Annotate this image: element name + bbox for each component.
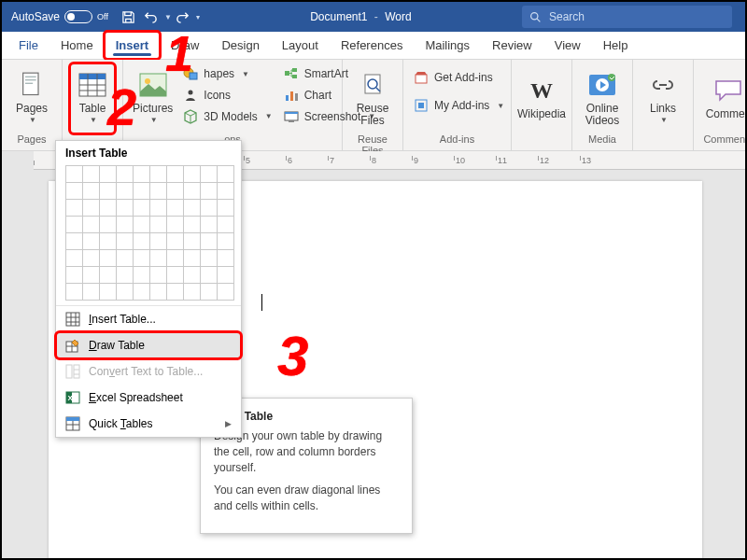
grid-cell[interactable]	[82, 199, 100, 217]
grid-cell[interactable]	[99, 283, 117, 301]
grid-cell[interactable]	[166, 182, 184, 200]
tab-draw[interactable]: Draw	[160, 32, 210, 59]
grid-cell[interactable]	[116, 182, 134, 200]
grid-cell[interactable]	[149, 182, 167, 200]
reuse-files-button[interactable]: Reuse Files	[350, 63, 395, 133]
shapes-button[interactable]: hapes▼	[180, 63, 275, 84]
grid-cell[interactable]	[99, 182, 117, 200]
grid-cell[interactable]	[82, 283, 100, 301]
tab-mailings[interactable]: Mailings	[414, 32, 481, 59]
grid-cell[interactable]	[65, 182, 83, 200]
grid-cell[interactable]	[133, 165, 150, 183]
grid-cell[interactable]	[116, 199, 134, 217]
grid-cell[interactable]	[133, 266, 150, 284]
grid-cell[interactable]	[116, 283, 134, 301]
tab-home[interactable]: Home	[49, 32, 105, 59]
pictures-button[interactable]: Pictures▼	[131, 63, 175, 133]
grid-cell[interactable]	[166, 283, 184, 301]
grid-cell[interactable]	[149, 216, 167, 233]
grid-cell[interactable]	[217, 283, 234, 301]
table-size-grid[interactable]	[65, 165, 233, 300]
grid-cell[interactable]	[200, 266, 218, 284]
grid-cell[interactable]	[82, 182, 100, 200]
grid-cell[interactable]	[217, 266, 234, 284]
undo-icon[interactable]	[140, 6, 162, 28]
tab-file[interactable]: File	[7, 32, 49, 59]
tab-view[interactable]: View	[543, 32, 592, 59]
grid-cell[interactable]	[65, 266, 83, 284]
grid-cell[interactable]	[149, 266, 167, 284]
my-addins-button[interactable]: My Add-ins ▼	[411, 95, 507, 116]
tab-layout[interactable]: Layout	[271, 32, 330, 59]
grid-cell[interactable]	[116, 232, 134, 250]
grid-cell[interactable]	[65, 232, 83, 250]
grid-cell[interactable]	[200, 165, 218, 183]
grid-cell[interactable]	[65, 249, 83, 267]
redo-icon[interactable]	[172, 6, 194, 28]
grid-cell[interactable]	[166, 165, 184, 183]
grid-cell[interactable]	[133, 283, 150, 301]
grid-cell[interactable]	[149, 199, 167, 217]
online-videos-button[interactable]: Online Videos	[580, 63, 625, 133]
grid-cell[interactable]	[82, 165, 100, 183]
grid-cell[interactable]	[183, 165, 201, 183]
get-addins-button[interactable]: Get Add-ins	[411, 67, 507, 88]
grid-cell[interactable]	[166, 199, 184, 217]
grid-cell[interactable]	[166, 266, 184, 284]
grid-cell[interactable]	[133, 232, 150, 250]
comment-button[interactable]: Commen	[701, 63, 747, 133]
grid-cell[interactable]	[200, 199, 218, 217]
grid-cell[interactable]	[99, 266, 117, 284]
tab-references[interactable]: References	[330, 32, 414, 59]
grid-cell[interactable]	[99, 165, 117, 183]
grid-cell[interactable]	[149, 165, 167, 183]
grid-cell[interactable]	[116, 216, 134, 233]
grid-cell[interactable]	[99, 216, 117, 233]
3d-models-button[interactable]: 3D Models ▼	[180, 106, 275, 127]
grid-cell[interactable]	[200, 232, 218, 250]
grid-cell[interactable]	[149, 283, 167, 301]
tab-insert[interactable]: Insert	[105, 32, 160, 59]
grid-cell[interactable]	[166, 249, 184, 267]
grid-cell[interactable]	[183, 216, 201, 233]
grid-cell[interactable]	[133, 182, 150, 200]
wikipedia-button[interactable]: W Wikipedia	[519, 63, 564, 133]
grid-cell[interactable]	[183, 232, 201, 250]
grid-cell[interactable]	[217, 199, 234, 217]
grid-cell[interactable]	[82, 266, 100, 284]
icons-button[interactable]: Icons	[180, 85, 275, 105]
grid-cell[interactable]	[133, 199, 150, 217]
table-button[interactable]: Table▼	[70, 63, 115, 133]
grid-cell[interactable]	[116, 266, 134, 284]
grid-cell[interactable]	[200, 249, 218, 267]
grid-cell[interactable]	[99, 199, 117, 217]
links-button[interactable]: Links▼	[641, 63, 685, 133]
grid-cell[interactable]	[183, 199, 201, 217]
grid-cell[interactable]	[133, 249, 150, 267]
tab-review[interactable]: Review	[481, 32, 543, 59]
grid-cell[interactable]	[183, 266, 201, 284]
grid-cell[interactable]	[116, 249, 134, 267]
grid-cell[interactable]	[65, 283, 83, 301]
grid-cell[interactable]	[116, 165, 134, 183]
menu-quick-tables[interactable]: Quick Tables ▶	[56, 411, 241, 437]
grid-cell[interactable]	[149, 249, 167, 267]
grid-cell[interactable]	[99, 232, 117, 250]
grid-cell[interactable]	[183, 182, 201, 200]
grid-cell[interactable]	[82, 216, 100, 233]
grid-cell[interactable]	[217, 232, 234, 250]
menu-insert-table[interactable]: Insert Table...	[56, 306, 241, 332]
grid-cell[interactable]	[217, 182, 234, 200]
grid-cell[interactable]	[82, 249, 100, 267]
grid-cell[interactable]	[65, 199, 83, 217]
search-input[interactable]: Search	[522, 6, 732, 28]
grid-cell[interactable]	[149, 232, 167, 250]
grid-cell[interactable]	[200, 182, 218, 200]
grid-cell[interactable]	[166, 232, 184, 250]
grid-cell[interactable]	[200, 216, 218, 233]
autosave-toggle[interactable]: AutoSave Off	[2, 10, 118, 23]
grid-cell[interactable]	[217, 165, 234, 183]
tab-design[interactable]: Design	[210, 32, 270, 59]
grid-cell[interactable]	[65, 216, 83, 233]
grid-cell[interactable]	[217, 249, 234, 267]
